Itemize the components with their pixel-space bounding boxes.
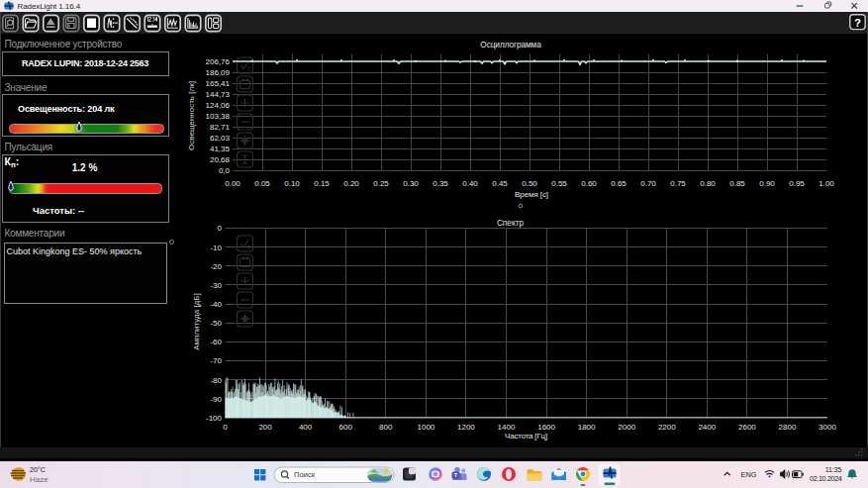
svg-text:0.90: 0.90 — [759, 179, 775, 188]
svg-text:0.10: 0.10 — [284, 179, 300, 188]
svg-text:2400: 2400 — [698, 423, 716, 432]
svg-text:1200: 1200 — [457, 423, 475, 432]
svg-text:Поиск: Поиск — [294, 470, 316, 479]
svg-text:186,09: 186,09 — [206, 68, 231, 77]
svg-text:0: 0 — [218, 224, 223, 233]
svg-text:Осциллограмма: Осциллограмма — [480, 40, 541, 49]
svg-text:1800: 1800 — [578, 423, 596, 432]
svg-text:Освещенность [лк]: Освещенность [лк] — [187, 81, 196, 150]
svg-text:-100: -100 — [206, 414, 223, 423]
svg-text:02.10.2024: 02.10.2024 — [810, 474, 842, 483]
svg-text:82,71: 82,71 — [210, 123, 231, 132]
svg-text:144,73: 144,73 — [206, 90, 231, 99]
svg-text:0.60: 0.60 — [581, 179, 597, 188]
svg-text:200: 200 — [258, 423, 272, 432]
svg-text:11:35: 11:35 — [825, 465, 841, 474]
svg-text:-40: -40 — [210, 300, 222, 309]
svg-text:-30: -30 — [210, 281, 222, 290]
svg-text:20°C: 20°C — [30, 465, 46, 474]
svg-text:0,0: 0,0 — [219, 166, 231, 175]
svg-text:0.80: 0.80 — [700, 179, 716, 188]
svg-text:2000: 2000 — [618, 423, 635, 432]
svg-text:ENG: ENG — [741, 470, 757, 479]
svg-text:-90: -90 — [210, 395, 222, 404]
svg-text:206,76: 206,76 — [206, 57, 231, 66]
svg-text:62,03: 62,03 — [210, 134, 231, 143]
svg-text:0.00: 0.00 — [225, 179, 241, 188]
svg-text:0.20: 0.20 — [343, 179, 359, 188]
svg-text:Частота [Гц]: Частота [Гц] — [505, 432, 547, 440]
svg-text:0.25: 0.25 — [373, 179, 389, 188]
svg-text:600: 600 — [339, 423, 353, 432]
svg-text:0.15: 0.15 — [314, 179, 330, 188]
svg-text:2600: 2600 — [738, 423, 756, 432]
svg-text:0: 0 — [223, 423, 228, 432]
svg-text:41,35: 41,35 — [210, 145, 231, 153]
svg-text:0.70: 0.70 — [640, 179, 656, 188]
svg-text:0.95: 0.95 — [789, 179, 805, 188]
svg-text:T: T — [454, 472, 458, 478]
svg-text:800: 800 — [379, 423, 393, 432]
svg-text:0.05: 0.05 — [254, 179, 270, 188]
svg-text:-70: -70 — [210, 356, 222, 365]
svg-text:103,38: 103,38 — [206, 112, 231, 121]
svg-text:Время [с]: Время [с] — [515, 190, 548, 199]
svg-text:0.85: 0.85 — [729, 179, 745, 188]
svg-text:0.35: 0.35 — [433, 179, 448, 188]
svg-text:-50: -50 — [210, 319, 222, 328]
svg-text:0.65: 0.65 — [611, 179, 627, 188]
svg-text:165,41: 165,41 — [206, 79, 231, 88]
svg-text:20,68: 20,68 — [210, 155, 231, 164]
svg-text:0.55: 0.55 — [551, 179, 567, 188]
svg-text:2800: 2800 — [779, 423, 797, 432]
svg-text:-80: -80 — [210, 376, 222, 385]
svg-text:Haze: Haze — [30, 475, 48, 484]
svg-text:0.30: 0.30 — [403, 179, 419, 188]
svg-text:3000: 3000 — [819, 423, 836, 432]
svg-text:0.40: 0.40 — [462, 179, 478, 188]
svg-text:0.75: 0.75 — [670, 179, 686, 188]
svg-text:124,06: 124,06 — [206, 101, 231, 110]
svg-text:0.45: 0.45 — [492, 179, 508, 188]
svg-text:Амплитуда [дБ]: Амплитуда [дБ] — [192, 293, 201, 350]
svg-text:-10: -10 — [210, 244, 222, 252]
svg-text:-20: -20 — [210, 262, 222, 271]
svg-text:Спектр: Спектр — [497, 218, 525, 228]
svg-text:1600: 1600 — [537, 423, 555, 432]
svg-text:1000: 1000 — [418, 423, 435, 432]
svg-text:1.00: 1.00 — [819, 179, 834, 188]
svg-text:1400: 1400 — [498, 423, 516, 432]
svg-text:0.50: 0.50 — [522, 179, 537, 188]
svg-text:2200: 2200 — [658, 423, 676, 432]
svg-text:400: 400 — [299, 423, 313, 432]
svg-text:-60: -60 — [210, 338, 222, 346]
